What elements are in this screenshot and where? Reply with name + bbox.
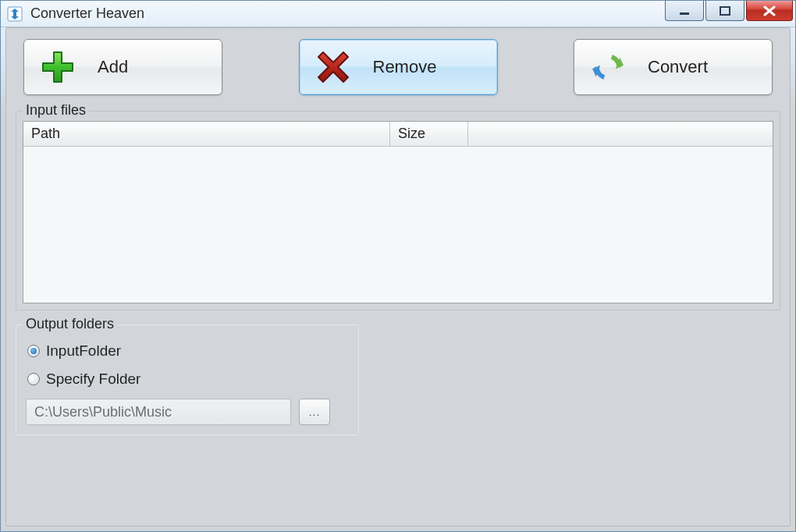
svg-rect-1 bbox=[680, 12, 689, 15]
radio-label: Specify Folder bbox=[46, 371, 140, 388]
remove-button[interactable]: Remove bbox=[299, 39, 498, 95]
radio-input-folder[interactable]: InputFolder bbox=[27, 342, 347, 360]
specify-path-row: ... bbox=[26, 399, 349, 425]
output-folders-group: Output folders InputFolder Specify Folde… bbox=[16, 325, 359, 435]
column-header-empty bbox=[468, 122, 773, 147]
close-button[interactable] bbox=[746, 1, 793, 21]
browse-button[interactable]: ... bbox=[299, 399, 330, 425]
convert-button[interactable]: Convert bbox=[574, 39, 773, 95]
output-path-input[interactable] bbox=[26, 399, 291, 425]
window-title: Converter Heaven bbox=[30, 5, 144, 22]
app-window: Converter Heaven bbox=[0, 0, 796, 532]
add-button[interactable]: Add bbox=[23, 39, 222, 95]
titlebar[interactable]: Converter Heaven bbox=[1, 1, 795, 27]
radio-specify-folder[interactable]: Specify Folder bbox=[27, 371, 347, 388]
input-files-table[interactable]: Path Size bbox=[23, 121, 773, 303]
refresh-icon bbox=[590, 49, 626, 85]
column-header-path[interactable]: Path bbox=[23, 122, 390, 147]
table-header: Path Size bbox=[23, 122, 773, 147]
maximize-button[interactable] bbox=[705, 1, 744, 21]
radio-icon[interactable] bbox=[27, 373, 40, 385]
input-files-legend: Input files bbox=[23, 102, 89, 119]
output-folders-legend: Output folders bbox=[23, 316, 117, 332]
minimize-button[interactable] bbox=[665, 1, 704, 21]
app-icon bbox=[7, 6, 23, 22]
add-button-label: Add bbox=[98, 57, 128, 77]
x-icon bbox=[315, 49, 351, 85]
toolbar: Add Remove bbox=[16, 36, 780, 106]
remove-button-label: Remove bbox=[373, 57, 437, 77]
plus-icon bbox=[40, 49, 76, 85]
client-area: Add Remove bbox=[5, 27, 791, 527]
convert-button-label: Convert bbox=[648, 57, 708, 77]
table-body[interactable] bbox=[23, 147, 773, 303]
window-buttons bbox=[665, 1, 793, 21]
svg-rect-2 bbox=[720, 7, 730, 15]
input-files-group: Input files Path Size bbox=[16, 111, 780, 310]
column-header-size[interactable]: Size bbox=[390, 122, 468, 147]
radio-icon[interactable] bbox=[27, 345, 40, 357]
browse-button-label: ... bbox=[309, 406, 321, 418]
radio-label: InputFolder bbox=[46, 342, 121, 360]
